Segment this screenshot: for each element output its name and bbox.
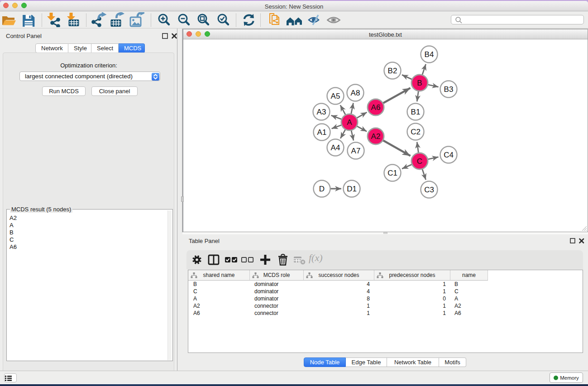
svg-text:A7: A7 [351, 147, 361, 155]
svg-text:C4: C4 [444, 151, 454, 159]
svg-text:A8: A8 [351, 89, 360, 97]
svg-text:B2: B2 [388, 67, 397, 75]
svg-text:A2: A2 [371, 132, 381, 141]
svg-text:A5: A5 [331, 92, 340, 100]
svg-text:B: B [417, 79, 422, 87]
svg-text:B1: B1 [411, 108, 421, 116]
svg-text:A1: A1 [317, 128, 327, 137]
svg-text:A: A [347, 118, 352, 127]
svg-text:A3: A3 [317, 108, 326, 116]
svg-text:D: D [319, 185, 325, 193]
svg-text:C1: C1 [387, 169, 397, 177]
svg-text:C2: C2 [411, 128, 421, 136]
svg-text:A4: A4 [331, 143, 340, 152]
svg-text:B3: B3 [444, 85, 454, 94]
svg-text:C3: C3 [424, 186, 434, 194]
svg-text:C: C [417, 157, 422, 166]
svg-text:B4: B4 [425, 50, 434, 59]
svg-text:A6: A6 [371, 103, 381, 112]
svg-text:D1: D1 [347, 185, 357, 193]
